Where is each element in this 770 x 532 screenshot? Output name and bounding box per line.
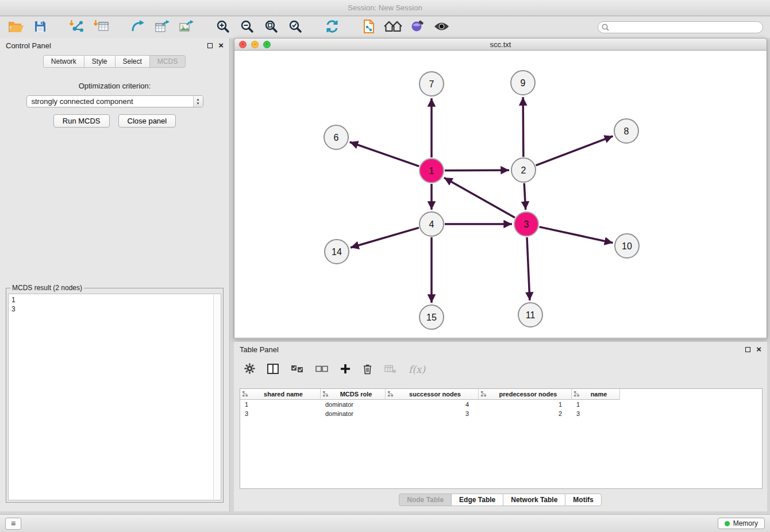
table-settings-button[interactable] [244, 363, 255, 376]
export-network-button[interactable] [129, 19, 147, 36]
home-button[interactable] [384, 19, 402, 36]
search-icon [602, 24, 609, 31]
graph-node-1[interactable]: 1 [419, 159, 444, 183]
tab-style[interactable]: Style [84, 55, 116, 68]
graph-node-10[interactable]: 10 [615, 234, 639, 258]
graph-node-14[interactable]: 14 [325, 240, 349, 264]
svg-text:1: 1 [429, 166, 434, 176]
columns-icon [267, 364, 279, 376]
graph-edge-2-3[interactable] [524, 183, 525, 210]
graph-edge-1-2[interactable] [445, 170, 509, 171]
memory-button[interactable]: Memory [718, 518, 765, 529]
window-titlebar: Session: New Session [0, 0, 770, 16]
show-graphics-button[interactable] [432, 19, 451, 36]
network-window-titlebar[interactable]: × − + scc.txt [234, 38, 767, 51]
import-network-button[interactable] [68, 19, 86, 36]
graph-edge-3-1[interactable] [444, 178, 515, 217]
network-graph-canvas[interactable]: 7968124314101511 [234, 51, 767, 338]
column-header-name[interactable]: name [572, 389, 620, 400]
result-scrollbar[interactable] [213, 295, 220, 499]
zoom-in-button[interactable] [214, 19, 232, 36]
float-table-panel-icon[interactable] [745, 347, 750, 352]
column-header-successor-nodes[interactable]: successor nodes [386, 389, 479, 400]
apply-layout-button[interactable] [323, 19, 341, 36]
function-builder-button[interactable]: f(x) [409, 364, 425, 375]
zoom-window-icon[interactable]: + [263, 41, 271, 48]
mcds-result-line: 3 [11, 304, 218, 314]
task-history-button[interactable]: ≡ [5, 518, 21, 530]
table-row-2[interactable]: 3 dominator 3 2 3 [240, 409, 762, 418]
mcds-result-title: MCDS result (2 nodes) [10, 284, 84, 292]
mcds-result-text[interactable]: 1 3 [8, 294, 221, 500]
tab-motifs[interactable]: Motifs [565, 494, 601, 506]
tab-network[interactable]: Network [43, 55, 84, 68]
run-mcds-button[interactable]: Run MCDS [53, 114, 110, 128]
zoom-selected-button[interactable] [286, 19, 305, 36]
graph-node-9[interactable]: 9 [511, 71, 535, 95]
svg-text:10: 10 [622, 241, 632, 251]
delete-table-button[interactable] [384, 364, 396, 376]
tab-node-table[interactable]: Node Table [399, 494, 452, 506]
close-window-icon[interactable]: × [239, 41, 247, 48]
close-table-panel-icon[interactable]: × [756, 346, 761, 353]
zoom-out-button[interactable] [238, 19, 256, 36]
cell-shared-name: 1 [240, 400, 321, 409]
svg-text:7: 7 [429, 79, 434, 89]
mcds-result-line: 1 [11, 295, 218, 304]
tab-select[interactable]: Select [115, 55, 150, 68]
graph-edge-3-10[interactable] [539, 227, 613, 243]
graph-node-15[interactable]: 15 [419, 305, 444, 329]
tab-network-table[interactable]: Network Table [503, 494, 565, 506]
checked-boxes-icon [291, 365, 303, 375]
graph-node-3[interactable]: 3 [514, 212, 538, 236]
close-panel-icon[interactable]: × [218, 42, 224, 49]
column-group-icon [480, 391, 487, 398]
tab-edge-table[interactable]: Edge Table [451, 494, 503, 506]
table-panel-header: Table Panel × [234, 342, 767, 357]
select-all-rows-button[interactable] [291, 365, 303, 375]
graph-node-2[interactable]: 2 [511, 158, 536, 182]
graph-edge-2-9[interactable] [523, 97, 523, 157]
tab-mcds[interactable]: MCDS [149, 55, 186, 68]
refresh-icon [325, 20, 339, 35]
minimize-window-icon[interactable]: − [251, 41, 259, 48]
float-panel-icon[interactable] [207, 43, 213, 48]
graph-node-8[interactable]: 8 [614, 119, 638, 143]
delete-column-button[interactable] [363, 363, 372, 376]
table-panel: Table Panel × f(x) [234, 342, 767, 511]
graph-edge-2-8[interactable] [536, 136, 613, 165]
graph-edge-4-14[interactable] [351, 228, 419, 248]
graph-node-7[interactable]: 7 [419, 72, 444, 96]
open-session-button[interactable] [7, 19, 25, 36]
network-file-button[interactable] [360, 19, 378, 36]
close-panel-button[interactable]: Close panel [118, 114, 176, 128]
column-header-predecessor-nodes[interactable]: predecessor nodes [479, 389, 572, 400]
graph-node-4[interactable]: 4 [419, 212, 444, 236]
network-canvas-area: 7968124314101511 [234, 51, 767, 338]
column-header-mcds-role[interactable]: MCDS role [321, 389, 386, 400]
column-header-shared-name[interactable]: shared name [240, 389, 321, 400]
import-table-button[interactable] [92, 19, 110, 36]
style-button[interactable] [408, 19, 426, 36]
graph-node-6[interactable]: 6 [324, 125, 348, 149]
cell-successor-nodes: 4 [386, 400, 479, 409]
graph-edge-3-11[interactable] [527, 237, 530, 300]
graph-node-11[interactable]: 11 [518, 303, 542, 327]
svg-text:14: 14 [332, 247, 342, 257]
search-input[interactable] [598, 21, 763, 33]
column-group-icon [573, 391, 580, 398]
deselect-all-rows-button[interactable] [315, 365, 328, 375]
export-image-button[interactable] [177, 19, 195, 36]
optimization-criterion-label: Optimization criterion: [0, 82, 229, 90]
cell-name: 3 [572, 409, 620, 418]
graph-edge-1-6[interactable] [350, 142, 419, 166]
table-row-1[interactable]: 1 dominator 4 1 1 [240, 400, 762, 409]
save-session-button[interactable] [31, 19, 49, 36]
zoom-fit-button[interactable] [262, 19, 280, 36]
export-table-button[interactable] [153, 19, 171, 36]
mcds-result-box: MCDS result (2 nodes) 1 3 [6, 284, 224, 503]
toolbar-search [598, 21, 763, 33]
optimization-criterion-select[interactable]: strongly connected component ▲▼ [26, 95, 203, 107]
create-column-button[interactable] [340, 364, 351, 376]
show-columns-button[interactable] [267, 364, 279, 376]
